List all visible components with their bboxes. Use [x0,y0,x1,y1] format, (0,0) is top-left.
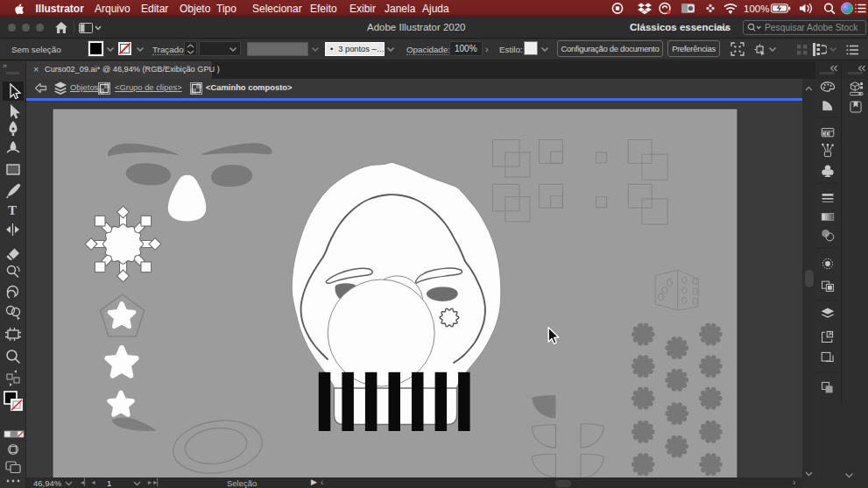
svg-text:T: T [8,203,17,217]
svg-text:100%: 100% [744,4,769,14]
